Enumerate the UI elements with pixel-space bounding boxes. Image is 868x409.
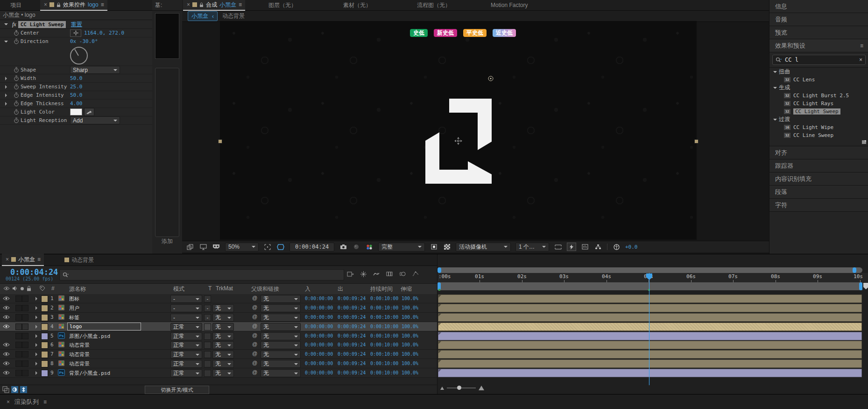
effect-header-row[interactable]: fx CC Light Sweep 重置 <box>0 20 152 29</box>
layer-name[interactable]: 背景/小黑盒.psd <box>69 370 110 377</box>
eye-icon[interactable] <box>3 305 10 310</box>
duration-value[interactable]: 0:00:10:00 <box>370 333 398 338</box>
stopwatch-icon[interactable] <box>12 84 21 90</box>
collapse-effect-icon[interactable] <box>4 23 8 25</box>
in-value[interactable]: 0:00:00:00 <box>305 333 333 338</box>
duration-value[interactable]: 0:00:10:00 <box>370 315 398 320</box>
stopwatch-icon[interactable] <box>12 38 21 44</box>
expander-icon[interactable] <box>35 325 37 329</box>
zoom-in-mountain-icon[interactable] <box>479 386 484 390</box>
in-value[interactable]: 0:00:00:00 <box>305 296 333 301</box>
out-value[interactable]: 0:00:09:24 <box>338 305 366 310</box>
effect-item[interactable]: 32CC Light Burst 2.5 <box>769 92 868 100</box>
timeline-search-box[interactable] <box>59 269 344 280</box>
in-value[interactable]: 0:00:00:00 <box>305 315 333 320</box>
panel-menu-icon[interactable]: ≡ <box>43 399 46 405</box>
breadcrumb-current-comp[interactable]: 小黑盒‹ <box>188 11 218 21</box>
out-value[interactable]: 0:00:09:24 <box>338 324 366 329</box>
expand-transfer-controls-icon[interactable] <box>11 386 18 393</box>
trkmat-toggle[interactable]: - <box>204 295 211 302</box>
in-value[interactable]: 0:00:00:00 <box>305 370 333 375</box>
label-column-icon[interactable] <box>40 286 45 291</box>
reset-effect-link[interactable]: 重置 <box>71 21 82 29</box>
prop-row-light-color[interactable]: Light Color <box>0 108 152 116</box>
column-t[interactable]: T <box>208 285 212 292</box>
mode-dropdown[interactable]: 正常 <box>170 360 202 368</box>
stopwatch-icon[interactable] <box>12 75 21 81</box>
sweep-intensity-value[interactable]: 25.0 <box>70 84 83 90</box>
trkmat-dropdown[interactable]: 无 <box>212 314 234 322</box>
lock-icon[interactable] <box>56 2 61 7</box>
magnification-dropdown[interactable]: 50% <box>225 243 259 251</box>
parent-dropdown[interactable]: 无 <box>261 369 301 377</box>
duration-value[interactable]: 0:00:10:00 <box>370 296 398 301</box>
stretch-value[interactable]: 100.0% <box>402 342 418 347</box>
effect-group[interactable]: 生成 <box>769 84 868 92</box>
layer-bar[interactable] <box>438 341 862 349</box>
time-navigator[interactable] <box>438 267 862 273</box>
eye-column-icon[interactable] <box>3 286 10 291</box>
expander-icon[interactable] <box>35 306 37 310</box>
mode-dropdown[interactable]: - <box>170 295 202 303</box>
layer-name[interactable]: 原图/小黑盒.psd <box>69 333 110 340</box>
out-value[interactable]: 0:00:09:24 <box>338 370 366 375</box>
exposure-icon[interactable] <box>612 243 621 251</box>
panel-tracker[interactable]: 跟踪器 <box>769 159 868 172</box>
layer-name[interactable]: 用户 <box>69 305 79 312</box>
camera-dropdown[interactable]: 活动摄像机 <box>456 243 511 251</box>
out-value[interactable]: 0:00:09:24 <box>338 315 366 320</box>
mode-dropdown[interactable]: - <box>170 314 202 322</box>
tab-render-queue[interactable]: 渲染队列 <box>14 398 39 406</box>
column-duration[interactable]: 持续时间 <box>370 285 393 293</box>
view-layout-dropdown[interactable]: 1 个… <box>515 243 549 251</box>
in-value[interactable]: 0:00:00:00 <box>305 352 333 357</box>
mode-dropdown[interactable]: - <box>170 304 202 312</box>
out-value[interactable]: 0:00:09:24 <box>338 361 366 366</box>
center-value[interactable]: 1164.0, 272.0 <box>84 30 124 36</box>
panel-menu-icon[interactable]: ≡ <box>101 1 104 8</box>
trkmat-dropdown[interactable]: 无 <box>212 332 234 340</box>
layer-name[interactable]: 动态背景 <box>69 351 90 358</box>
panel-content-aware-fill[interactable]: 内容识别填充 <box>769 172 868 186</box>
layer-bar[interactable] <box>438 369 862 377</box>
layer-bar[interactable] <box>438 304 862 312</box>
close-icon[interactable]: × <box>44 1 47 8</box>
duration-value[interactable]: 0:00:10:00 <box>370 370 398 375</box>
duration-value[interactable]: 0:00:10:00 <box>370 324 398 329</box>
label-swatch[interactable] <box>41 342 48 349</box>
width-value[interactable]: 50.0 <box>70 75 83 81</box>
show-snapshot-icon[interactable] <box>352 243 360 251</box>
mask-visibility-icon[interactable] <box>276 243 285 251</box>
graph-editor-icon[interactable] <box>412 270 419 278</box>
expand-layer-switches-icon[interactable] <box>2 386 9 393</box>
expander-icon[interactable] <box>35 316 37 319</box>
trkmat-dropdown[interactable]: 无 <box>212 304 234 312</box>
trkmat-toggle[interactable] <box>204 360 211 367</box>
layer-bar[interactable] <box>438 294 862 303</box>
layer-bar[interactable] <box>438 332 862 340</box>
always-preview-icon[interactable] <box>186 243 194 251</box>
out-value[interactable]: 0:00:09:24 <box>338 333 366 338</box>
stretch-value[interactable]: 100.0% <box>402 315 418 320</box>
effect-item[interactable]: 16CC Light Wipe <box>769 123 868 131</box>
tab-motion-factory[interactable]: Motion Factory <box>484 2 534 8</box>
tab-timeline-comp[interactable]: × 小黑盒 ≡ <box>2 254 44 266</box>
prop-row-center[interactable]: Center 1164.0, 272.0 <box>0 29 152 37</box>
table-row[interactable]: 6 动态背景 正常 无 @ 无 0:00:00:00 0:00:09:24 0:… <box>0 340 437 350</box>
tab-flowchart[interactable]: 流程图（无） <box>410 1 457 9</box>
show-channel-icon[interactable] <box>365 243 374 251</box>
current-time-indicator[interactable] <box>649 273 649 385</box>
tab-footage[interactable]: 素材（无） <box>337 1 378 9</box>
effect-item[interactable]: 32CC Lens <box>769 76 868 84</box>
mode-dropdown[interactable]: 正常 <box>170 351 202 359</box>
effect-group[interactable]: 扭曲 <box>769 68 868 76</box>
mode-dropdown[interactable]: 正常 <box>170 369 202 377</box>
frame-blend-icon[interactable] <box>386 270 393 278</box>
mode-dropdown[interactable]: 正常 <box>170 332 202 340</box>
expander-icon[interactable] <box>35 334 37 338</box>
edge-thickness-value[interactable]: 4.00 <box>70 100 83 107</box>
prop-row-shape[interactable]: Shape Sharp <box>0 66 152 74</box>
timeline-panel-icon[interactable] <box>581 243 589 251</box>
snapshot-camera-icon[interactable] <box>339 243 347 251</box>
selection-handle-right[interactable] <box>694 139 699 144</box>
